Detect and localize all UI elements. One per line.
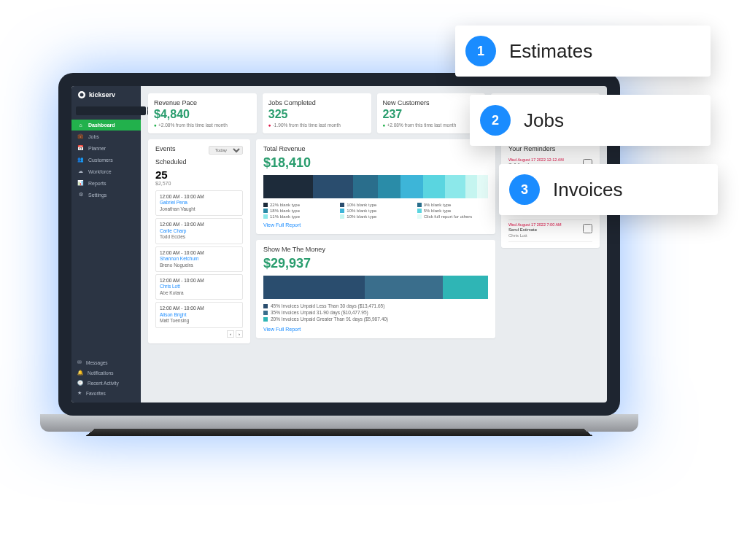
total-revenue-card: Total Revenue $18,410 22% blank type10% … [256, 139, 495, 234]
stat-card: New Customers 237 ● +2.08% from this tim… [377, 93, 486, 133]
callout-invoices: 3 Invoices [499, 164, 718, 215]
bell-icon: 🔔 [77, 370, 83, 376]
revenue-full-report-link[interactable]: View Full Report [263, 222, 301, 228]
events-title: Events [155, 145, 176, 152]
legend-swatch [340, 203, 344, 207]
clock-icon: 🕘 [77, 380, 83, 386]
nav-item-dashboard[interactable]: ⌂Dashboard [71, 120, 141, 131]
legend-swatch [340, 214, 344, 219]
laptop-keyboard [86, 429, 592, 436]
money-full-report-link[interactable]: View Full Report [263, 327, 301, 332]
calendar-icon: 📅 [77, 145, 84, 151]
sidebar-bottom-notifications[interactable]: 🔔Notifications [71, 368, 141, 378]
appointment-item[interactable]: 12:00 AM - 10:00 AMShannon KetchumBreno … [155, 246, 243, 272]
mail-icon: ✉ [77, 359, 82, 365]
callout-label-3: Invoices [553, 179, 622, 201]
sidebar: kickserv 🔍 ⌂Dashboard💼Jobs📅Planner👥Custo… [71, 86, 141, 402]
revenue-value: $18,410 [263, 155, 488, 171]
money-title: Show Me The Money [263, 246, 488, 253]
appointment-item[interactable]: 12:00 AM - 10:00 AMCarlie CharpTodd Eccl… [155, 218, 243, 244]
legend-swatch [417, 209, 422, 213]
stat-card: Revenue Pace $4,840 ● +2.08% from this t… [148, 93, 257, 133]
chart-segment [378, 175, 400, 198]
brand-name: kickserv [89, 91, 115, 98]
revenue-chart [263, 175, 488, 198]
callout-jobs: 2 Jobs [470, 95, 711, 146]
legend-swatch [263, 214, 268, 219]
chart-segment [353, 175, 378, 198]
breakdown-line: 20% Invoices Unpaid Greater Than 91 days… [263, 316, 488, 322]
center-column: Total Revenue $18,410 22% blank type10% … [256, 139, 495, 395]
breakdown-swatch [263, 311, 268, 315]
briefcase-icon: 💼 [77, 133, 84, 139]
reminders-title: Your Reminders [508, 145, 592, 152]
nav-item-reports[interactable]: 📊Reports [71, 177, 141, 189]
callout-badge-2: 2 [480, 105, 511, 136]
search-input[interactable] [76, 106, 146, 115]
sidebar-bottom-favorites[interactable]: ★Favorites [71, 388, 141, 398]
legend-item: 5% blank type [417, 209, 488, 213]
chart-segment [313, 175, 353, 198]
home-icon: ⌂ [77, 122, 84, 128]
legend-swatch [417, 214, 422, 219]
nav-item-planner[interactable]: 📅Planner [71, 142, 141, 154]
events-card: Events Today Scheduled 25 $2,570 12:00 A… [148, 139, 250, 343]
callout-badge-1: 1 [465, 36, 496, 66]
chart-icon: 📊 [77, 180, 84, 186]
stat-card: Jobs Completed 325 ● -1.90% from this ti… [263, 93, 371, 133]
money-value: $29,937 [263, 256, 488, 271]
revenue-legend: 22% blank type10% blank type9% blank typ… [263, 203, 488, 219]
events-pager[interactable]: ‹› [155, 330, 243, 338]
appointment-item[interactable]: 12:00 AM - 10:00 AMGabriel PenaJonathan … [155, 190, 243, 216]
users-icon: 👥 [77, 157, 84, 163]
stat-value: $4,840 [154, 108, 251, 121]
appointment-item[interactable]: 12:00 AM - 10:00 AMChris LottAbe Kotara [155, 274, 243, 300]
legend-item: 10% blank type [340, 209, 411, 213]
nav-item-jobs[interactable]: 💼Jobs [71, 131, 141, 142]
legend-swatch [263, 203, 268, 207]
stat-value: 325 [268, 108, 365, 121]
money-card: Show Me The Money $29,937 45% Invoices U… [256, 240, 495, 338]
chart-segment [423, 175, 446, 198]
callout-estimates: 1 Estimates [455, 26, 711, 77]
legend-item: Click full report for others [417, 214, 488, 219]
stat-value: 237 [383, 108, 480, 121]
brand-logo[interactable]: kickserv [71, 86, 141, 104]
stat-label: Revenue Pace [154, 99, 251, 106]
appointment-item[interactable]: 12:00 AM - 10:00 AMAlison BrightMatt Toe… [155, 302, 243, 327]
nav-label: Planner [88, 146, 106, 151]
svg-point-1 [80, 93, 84, 97]
legend-swatch [263, 209, 268, 213]
nav-label: Dashboard [88, 122, 115, 128]
stat-label: Jobs Completed [268, 99, 365, 106]
nav-item-settings[interactable]: ⚙Settings [71, 189, 141, 201]
money-chart [263, 276, 488, 299]
nav-item-workforce[interactable]: ☁Workforce [71, 166, 141, 177]
stat-label: New Customers [383, 99, 480, 106]
nav-label: Jobs [88, 134, 99, 139]
nav-item-customers[interactable]: 👥Customers [71, 154, 141, 166]
legend-item: 22% blank type [263, 203, 334, 207]
callout-badge-3: 3 [509, 174, 540, 205]
events-range-select[interactable]: Today [209, 146, 243, 155]
scheduled-count: 25 [155, 168, 243, 181]
events-column: Events Today Scheduled 25 $2,570 12:00 A… [148, 139, 250, 395]
nav-label: Customers [88, 158, 113, 163]
nav-label: Settings [88, 192, 107, 198]
sidebar-bottom-messages[interactable]: ✉Messages [71, 357, 141, 368]
legend-item: 18% blank type [263, 209, 334, 213]
scheduled-label: Scheduled [155, 158, 243, 166]
reminder-item[interactable]: Wed August 17 2022 7:00 AMSend EstimateC… [508, 220, 592, 242]
chart-segment [365, 276, 444, 299]
chart-segment [443, 276, 488, 299]
breakdown-swatch [263, 304, 268, 308]
cloud-icon: ☁ [77, 168, 84, 174]
money-breakdown: 45% Invoices Unpaid Less Than 30 days ($… [263, 303, 488, 322]
sidebar-search[interactable]: 🔍 [76, 106, 136, 115]
callout-label-2: Jobs [524, 109, 564, 132]
sidebar-bottom-recent-activity[interactable]: 🕘Recent Activity [71, 378, 141, 388]
chart-segment [263, 175, 313, 198]
scheduled-total: $2,570 [155, 181, 243, 186]
reminder-checkbox[interactable] [583, 224, 592, 233]
breakdown-line: 45% Invoices Unpaid Less Than 30 days ($… [263, 303, 488, 308]
